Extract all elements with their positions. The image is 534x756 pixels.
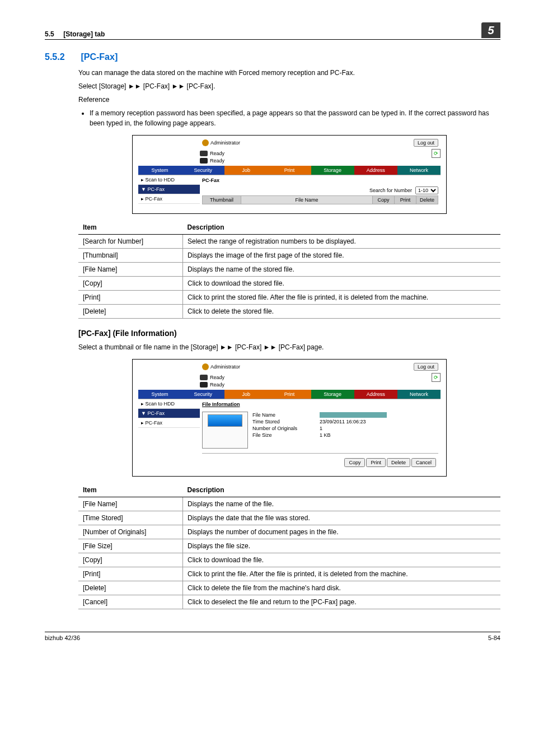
file-info-intro: Select a thumbnail or file name in the [… (78, 342, 500, 352)
printer-icon (200, 375, 208, 380)
sidebar: ▸ Scan to HDD ▼ PC-Fax ▸ PC-Fax (138, 175, 200, 206)
table-row: [Print]Click to print the file. After th… (78, 567, 500, 581)
file-info-values: File Name Time Stored23/09/2011 16:06:23… (252, 412, 387, 449)
footer-model: bizhub 42/36 (45, 634, 80, 641)
printer-icon (200, 151, 208, 156)
tab-print[interactable]: Print (268, 390, 311, 399)
kv-numoriginals-val: 1 (320, 426, 322, 431)
th-item: Item (78, 221, 183, 235)
tab-security[interactable]: Security (181, 390, 224, 399)
refresh-icon[interactable]: ⟳ (432, 373, 441, 382)
chapter-badge: 5 (481, 22, 500, 38)
file-thumbnail[interactable] (202, 412, 248, 449)
tab-bar: System Security Job Print Storage Addres… (138, 390, 441, 399)
tab-print[interactable]: Print (268, 166, 311, 175)
cancel-button[interactable]: Cancel (411, 458, 436, 467)
tab-network[interactable]: Network (397, 166, 441, 175)
kv-filename-val (320, 412, 387, 418)
tab-job[interactable]: Job (224, 390, 268, 399)
table-row: [Print]Click to print the stored file. A… (78, 291, 500, 305)
table-row: [Copy]Click to download the file. (78, 553, 500, 567)
heading-file-info: [PC-Fax] (File Information) (78, 329, 500, 338)
col-filename: File Name (241, 196, 373, 204)
sidebar-pcfax-header[interactable]: ▼ PC-Fax (138, 409, 200, 418)
th-item: Item (78, 483, 183, 497)
table-row: [Delete]Click to delete the file from th… (78, 581, 500, 595)
print-button[interactable]: Print (366, 458, 386, 467)
sidebar-scan-to-hdd[interactable]: ▸ Scan to HDD (138, 175, 200, 185)
screenshot-pcfax-list: Administrator Log out Ready ⟳ Ready Syst… (132, 135, 447, 214)
col-thumbnail[interactable]: Thumbnail (203, 196, 241, 204)
reference-item: If a memory reception password has been … (90, 108, 500, 128)
scanner-icon (200, 382, 208, 388)
admin-label: Administrator (210, 140, 240, 146)
tab-job[interactable]: Job (224, 166, 268, 175)
screenshot-file-info: Administrator Log out Ready ⟳ Ready Syst… (132, 359, 447, 477)
logout-button[interactable]: Log out (414, 363, 438, 371)
section-title: [Storage] tab (63, 30, 105, 38)
table-row: [Time Stored]Displays the date that the … (78, 511, 500, 525)
sidebar-pcfax-header[interactable]: ▼ PC-Fax (138, 185, 200, 194)
sidebar-scan-to-hdd[interactable]: ▸ Scan to HDD (138, 399, 200, 409)
tab-system[interactable]: System (138, 166, 181, 175)
tab-address[interactable]: Address (354, 390, 397, 399)
tab-network[interactable]: Network (397, 390, 441, 399)
tab-security[interactable]: Security (181, 166, 224, 175)
tab-storage[interactable]: Storage (311, 390, 354, 399)
sidebar-pcfax[interactable]: ▸ PC-Fax (138, 418, 200, 428)
col-copy: Copy (373, 196, 395, 204)
heading-552: 5.5.2 [PC-Fax] (45, 52, 500, 62)
table-row: [Cancel]Click to deselect the file and r… (78, 595, 500, 609)
page-header: 5.5 [Storage] tab 5 (45, 22, 500, 40)
kv-filesize-key: File Size (252, 432, 308, 438)
admin-label: Administrator (210, 364, 240, 370)
intro-p1: You can manage the data stored on the ma… (78, 68, 500, 78)
status-ready-1b: Ready (210, 375, 224, 380)
section-number: 5.5 (45, 30, 54, 38)
kv-timestored-key: Time Stored (252, 419, 308, 424)
table-row: [Thumbnail]Displays the image of the fir… (78, 249, 500, 263)
sidebar-pcfax[interactable]: ▸ PC-Fax (138, 194, 200, 204)
kv-filesize-val: 1 KB (320, 432, 331, 438)
table-row: [File Size]Displays the file size. (78, 539, 500, 553)
tab-storage[interactable]: Storage (311, 166, 354, 175)
kv-numoriginals-key: Number of Originals (252, 426, 308, 431)
status-ready-2: Ready (210, 158, 224, 164)
reference-label: Reference (78, 95, 500, 105)
table-row: [Delete]Click to delete the stored file. (78, 305, 500, 319)
table-row: [Search for Number]Select the range of r… (78, 235, 500, 249)
kv-filename-key: File Name (252, 412, 308, 418)
admin-icon (202, 363, 209, 370)
table-row: [File Name]Displays the name of the file… (78, 497, 500, 511)
sidebar: ▸ Scan to HDD ▼ PC-Fax ▸ PC-Fax (138, 399, 200, 468)
reference-list: If a memory reception password has been … (90, 108, 500, 128)
th-desc: Description (183, 221, 501, 235)
heading-title: [PC-Fax] (81, 52, 118, 62)
kv-timestored-val: 23/09/2011 16:06:23 (320, 419, 366, 424)
delete-button[interactable]: Delete (387, 458, 410, 467)
tab-address[interactable]: Address (354, 166, 397, 175)
panel-title: PC-Fax (202, 176, 438, 185)
footer-page: 5-84 (488, 634, 500, 641)
table-fileinfo-items: Item Description [File Name]Displays the… (78, 483, 500, 609)
table-row: [Copy]Click to download the stored file. (78, 277, 500, 291)
tab-bar: System Security Job Print Storage Addres… (138, 166, 441, 175)
file-list-header: Thumbnail File Name Copy Print Delete (202, 195, 438, 204)
table-pcfax-items: Item Description [Search for Number]Sele… (78, 221, 500, 319)
search-for-number-label: Search for Number (369, 188, 412, 193)
page-footer: bizhub 42/36 5-84 (45, 632, 500, 641)
copy-button[interactable]: Copy (344, 458, 365, 467)
logout-button[interactable]: Log out (414, 139, 438, 147)
tab-system[interactable]: System (138, 390, 181, 399)
scanner-icon (200, 158, 208, 164)
col-delete: Delete (416, 196, 438, 204)
refresh-icon[interactable]: ⟳ (432, 149, 441, 158)
col-print: Print (395, 196, 416, 204)
status-ready-1: Ready (210, 151, 224, 156)
status-ready-2b: Ready (210, 382, 224, 388)
table-row: [File Name]Displays the name of the stor… (78, 263, 500, 277)
th-desc: Description (183, 483, 501, 497)
admin-icon (202, 139, 209, 146)
panel-title: File Information (202, 400, 438, 409)
search-for-number-select[interactable]: 1-10 (415, 186, 438, 194)
